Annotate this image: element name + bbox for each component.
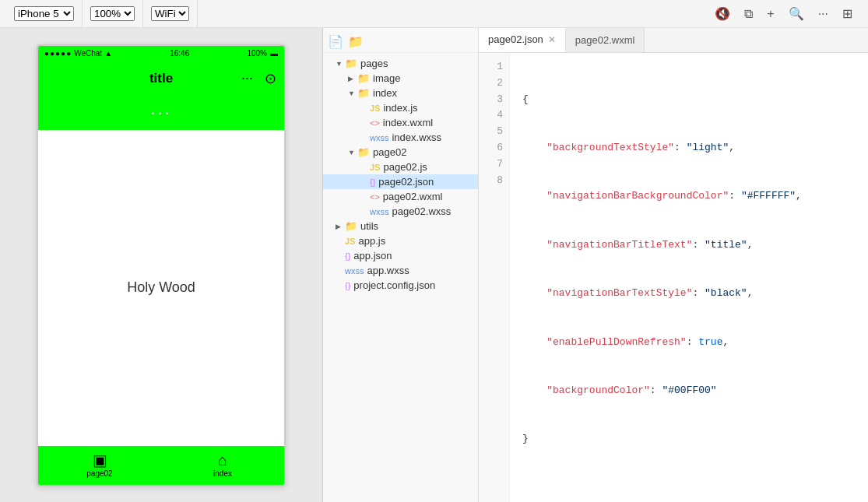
tree-item-index-wxml[interactable]: <> index.wxml [323, 115, 478, 130]
action-dots-icon: ··· [150, 103, 171, 123]
tab-page02-label: page02 [86, 469, 112, 478]
network-selector-group: WiFi 3G 4G [143, 0, 198, 27]
file-label: index [373, 87, 397, 99]
toolbar-action-icons: 🔇 ⧉ + 🔍 ··· ⊞ [705, 5, 862, 23]
tree-item-utils[interactable]: ▶ 📁 utils [323, 219, 478, 233]
tree-item-index-folder[interactable]: ▼ 📁 index [323, 86, 478, 100]
folder-icon: 📁 [357, 72, 370, 84]
folder-icon: 📁 [357, 146, 370, 158]
tree-item-page02-js[interactable]: JS page02.js [323, 160, 478, 174]
code-line-5: "navigationBarTextStyle": "black", [522, 286, 856, 302]
file-tree: ▼ 📁 pages ▶ 📁 image ▼ 📁 index [323, 53, 478, 296]
code-line-1: { [522, 92, 856, 108]
file-label: page02.wxss [392, 205, 451, 217]
json-file-icon: {} [370, 177, 375, 187]
tab-label: page02.wxml [575, 34, 635, 46]
signal-dots: ●●●●● [44, 49, 72, 58]
file-label: index.wxml [383, 117, 433, 128]
code-line-8: } [522, 431, 856, 448]
line-num: 2 [488, 75, 503, 92]
arrow-icon: ▼ [348, 90, 357, 97]
zoom-selector-group: 100% 75% 125% [83, 0, 143, 27]
line-num: 6 [488, 140, 503, 156]
code-line-7: "backgroundColor": "#00FF00" [522, 383, 856, 399]
explorer-toolbar: 📄 📁 [323, 31, 478, 53]
nav-dots-icon: ··· [241, 70, 253, 86]
tab-index[interactable]: ⌂ index [161, 452, 284, 478]
tree-item-project-config[interactable]: {} project.config.json [323, 278, 478, 293]
folder-icon: 📁 [345, 220, 357, 232]
phone-content: Holy Wood [38, 130, 284, 446]
device-selector-group: iPhone 5 iPhone 6 iPhone X [6, 0, 83, 27]
file-explorer: 📄 📁 ▼ 📁 pages ▶ 📁 image [323, 28, 479, 502]
file-label: page02.js [383, 161, 427, 173]
folder-icon: 📁 [345, 58, 357, 69]
file-label: app.js [358, 235, 385, 247]
tree-item-app-js[interactable]: JS app.js [323, 233, 478, 248]
code-editor: page02.json ✕ page02.wxml 1 2 3 4 5 6 7 … [479, 28, 868, 502]
phone-status-bar: ●●●●● WeChat ▲ 16:46 100% ▬ [38, 46, 284, 61]
tab-page02-wxml[interactable]: page02.wxml [566, 28, 645, 52]
tab-page02-json[interactable]: page02.json ✕ [479, 28, 566, 52]
tree-item-page02-json[interactable]: {} page02.json [323, 174, 478, 189]
line-num: 8 [488, 173, 503, 189]
file-label: page02.wxml [383, 191, 443, 202]
new-folder-button[interactable]: 📁 [348, 34, 364, 49]
line-numbers: 1 2 3 4 5 6 7 8 [479, 53, 510, 502]
tree-item-index-wxss[interactable]: wxss index.wxss [323, 130, 478, 145]
more-dots-icon[interactable]: ··· [817, 5, 830, 23]
arrow-icon: ▼ [336, 60, 345, 68]
file-label: utils [360, 220, 378, 232]
phone-frame: ●●●●● WeChat ▲ 16:46 100% ▬ title ··· ⊙ … [37, 44, 286, 486]
phone-tab-bar: ▣ page02 ⌂ index [38, 446, 284, 485]
wxml-file-icon: <> [370, 192, 380, 202]
editor-tabs: page02.json ✕ page02.wxml [479, 28, 868, 53]
tree-item-index-js[interactable]: JS index.js [323, 100, 478, 115]
wxss-file-icon: wxss [345, 266, 364, 276]
nav-title: title [149, 71, 173, 86]
json-file-icon: {} [345, 281, 350, 290]
file-label: image [373, 72, 400, 84]
status-left: ●●●●● WeChat ▲ [44, 49, 112, 58]
app-name: WeChat [74, 49, 102, 58]
tree-item-pages[interactable]: ▼ 📁 pages [323, 56, 478, 71]
line-num: 7 [488, 156, 503, 173]
json-file-icon: {} [345, 251, 350, 261]
tab-index-icon: ⌂ [218, 452, 227, 468]
file-label: app.wxss [367, 265, 409, 276]
js-file-icon: JS [370, 104, 380, 113]
top-toolbar: iPhone 5 iPhone 6 iPhone X 100% 75% 125%… [0, 0, 868, 28]
add-icon[interactable]: + [765, 5, 775, 23]
file-label: app.json [353, 250, 392, 262]
search-icon[interactable]: 🔍 [787, 5, 806, 23]
screen-icon[interactable]: ⧉ [743, 5, 754, 23]
tree-item-app-wxss[interactable]: wxss app.wxss [323, 263, 478, 278]
tree-item-image[interactable]: ▶ 📁 image [323, 71, 478, 86]
network-selector[interactable]: WiFi 3G 4G [151, 6, 189, 21]
code-line-2: "backgroundTextStyle": "light", [522, 140, 856, 156]
file-label: pages [360, 58, 388, 69]
file-label: page02 [373, 146, 406, 158]
file-label: index.wxss [392, 132, 441, 143]
volume-icon[interactable]: 🔇 [713, 5, 732, 23]
tab-page02[interactable]: ▣ page02 [38, 452, 161, 478]
device-selector[interactable]: iPhone 5 iPhone 6 iPhone X [14, 6, 74, 21]
zoom-selector[interactable]: 100% 75% 125% [90, 6, 135, 21]
layout-icon[interactable]: ⊞ [841, 5, 854, 23]
tab-page02-icon: ▣ [93, 452, 107, 468]
tree-item-page02-folder[interactable]: ▼ 📁 page02 [323, 145, 478, 160]
content-text: Holy Wood [127, 279, 195, 296]
line-num: 3 [488, 92, 503, 108]
js-file-icon: JS [345, 237, 355, 246]
arrow-icon: ▶ [348, 75, 357, 82]
line-num: 5 [488, 124, 503, 140]
tree-item-page02-wxss[interactable]: wxss page02.wxss [323, 204, 478, 219]
wifi-icon: ▲ [104, 49, 112, 58]
code-content: 1 2 3 4 5 6 7 8 { "backgroundTextStyle":… [479, 53, 868, 502]
file-label: index.js [383, 102, 417, 114]
tree-item-page02-wxml[interactable]: <> page02.wxml [323, 189, 478, 204]
tab-label: page02.json [488, 33, 543, 45]
tree-item-app-json[interactable]: {} app.json [323, 248, 478, 263]
new-file-button[interactable]: 📄 [328, 34, 343, 49]
tab-close-icon[interactable]: ✕ [548, 34, 556, 45]
